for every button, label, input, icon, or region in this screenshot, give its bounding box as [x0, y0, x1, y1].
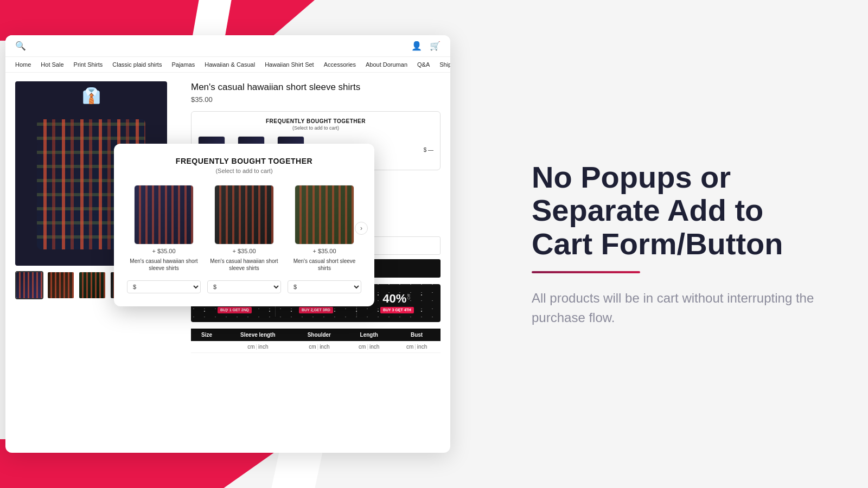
- size-chart-units-row: cm|inch cm|inch cm|inch cm|inch: [191, 341, 441, 353]
- nav-item-hawaiian-set[interactable]: Hawaiian Shirt Set: [265, 61, 314, 68]
- fbt-popup-select-2[interactable]: $: [207, 280, 281, 293]
- nav-item-hawaiian-casual[interactable]: Hawaiian & Casual: [205, 61, 255, 68]
- hanger-icon: 👔: [82, 87, 101, 105]
- fbt-popup-img-2: [214, 185, 274, 245]
- fbt-popup-items: + $35.00 Men's casual hawaiian short sle…: [127, 185, 361, 272]
- size-chart-unit-sleeve: cm|inch: [222, 341, 293, 353]
- fbt-popup-price-1: + $35.00: [152, 248, 175, 254]
- headline-divider: [532, 271, 640, 273]
- fbt-popup-name-2: Men's casual hawaiian short sleeve shirt…: [207, 258, 281, 272]
- browser-card: 🔍 👤 🛒 Home Hot Sale Print Shirts Classic…: [5, 35, 450, 453]
- fbt-popup-img-3: [295, 185, 354, 245]
- size-chart-header-length: Length: [345, 329, 393, 341]
- fbt-popup-name-1: Men's casual hawaiian short sleeve shirt…: [127, 258, 201, 272]
- thumbnail-3[interactable]: [78, 271, 106, 299]
- size-chart-unit-bust: cm|inch: [393, 341, 441, 353]
- discount-off-3: Off: [407, 294, 411, 300]
- user-icon[interactable]: 👤: [411, 41, 422, 51]
- discount-tag-3: BUY 3 GET 4TH: [380, 307, 414, 313]
- fbt-popup-next-arrow[interactable]: ›: [355, 222, 368, 235]
- sub-headline: All products will be in cart without int…: [532, 288, 825, 328]
- size-chart-unit-length: cm|inch: [345, 341, 393, 353]
- fbt-popup-title: FREQUENTLY BOUGHT TOGETHER: [127, 157, 361, 165]
- right-content: No Popups or Separate Add to Cart Form/B…: [488, 0, 868, 488]
- nav-item-accessories[interactable]: Accessories: [324, 61, 356, 68]
- fbt-outer-subtitle: (Select to add to cart): [198, 125, 433, 131]
- fbt-popup-items-wrapper: + $35.00 Men's casual hawaiian short sle…: [127, 185, 361, 272]
- fbt-outer-total-price: $ —: [424, 147, 433, 153]
- nav-item-classic-plaid[interactable]: Classic plaid shirts: [112, 61, 162, 68]
- size-chart-unit-shoulder: cm|inch: [293, 341, 345, 353]
- fbt-popup-select-1[interactable]: $: [127, 280, 201, 293]
- cart-icon[interactable]: 🛒: [430, 41, 441, 51]
- discount-item-3: 40% Off BUY 3 GET 4TH: [380, 293, 414, 313]
- size-chart-header-bust: Bust: [393, 329, 441, 341]
- fbt-popup-selects: $ $ $: [127, 280, 361, 293]
- thumbnail-1[interactable]: [15, 271, 43, 299]
- browser-topbar: 🔍 👤 🛒: [5, 35, 450, 57]
- fbt-popup-item-1: + $35.00 Men's casual hawaiian short sle…: [127, 185, 201, 272]
- nav-item-print-shirts[interactable]: Print Shirts: [74, 61, 103, 68]
- nav-item-home[interactable]: Home: [15, 61, 31, 68]
- fbt-popup-item-2: + $35.00 Men's casual hawaiian short sle…: [207, 185, 281, 272]
- nav-item-pajamas[interactable]: Pajamas: [171, 61, 195, 68]
- size-chart-table: Size Sleeve length Shoulder Length Bust …: [191, 329, 441, 353]
- nav-item-qa[interactable]: Q&A: [417, 61, 430, 68]
- discount-tag-2: BUY 2 GET 3RD: [299, 307, 333, 313]
- nav-item-hot-sale[interactable]: Hot Sale: [41, 61, 63, 68]
- fbt-popup-item-3: + $35.00 Men's casual short sleeve shirt…: [288, 185, 361, 272]
- site-nav: Home Hot Sale Print Shirts Classic plaid…: [5, 57, 450, 73]
- fbt-popup-img-1: [134, 185, 194, 245]
- search-icon[interactable]: 🔍: [15, 41, 26, 51]
- fbt-popup-price-3: + $35.00: [312, 248, 336, 254]
- fbt-popup-name-3: Men's casual short sleeve shirts: [288, 258, 361, 272]
- headline: No Popups or Separate Add to Cart Form/B…: [532, 160, 825, 261]
- product-price: $35.00: [191, 95, 441, 104]
- size-chart-header-shoulder: Shoulder: [293, 329, 345, 341]
- fbt-popup-price-2: + $35.00: [232, 248, 256, 254]
- bg-top-left-shape: [0, 0, 315, 41]
- nav-item-about[interactable]: About Doruman: [366, 61, 407, 68]
- nav-item-shipping[interactable]: Shipping Policy: [439, 61, 450, 68]
- product-title: Men's casual hawaiian short sleeve shirt…: [191, 81, 441, 93]
- size-chart-header-sleeve: Sleeve length: [222, 329, 293, 341]
- size-chart-unit-empty: [191, 341, 222, 353]
- fbt-popup-subtitle: (Select to add to cart): [127, 168, 361, 174]
- size-chart-header-size: Size: [191, 329, 222, 341]
- discount-tag-1: BUY 1 GET 2ND: [218, 307, 252, 313]
- discount-pct-3: 40%: [382, 293, 406, 305]
- fbt-outer-title: FREQUENTLY BOUGHT TOGETHER: [198, 118, 433, 124]
- fbt-popup: FREQUENTLY BOUGHT TOGETHER (Select to ad…: [114, 144, 374, 306]
- thumbnail-2[interactable]: [47, 271, 75, 299]
- browser-icons-right: 👤 🛒: [411, 41, 441, 51]
- fbt-popup-select-3[interactable]: $: [288, 280, 361, 293]
